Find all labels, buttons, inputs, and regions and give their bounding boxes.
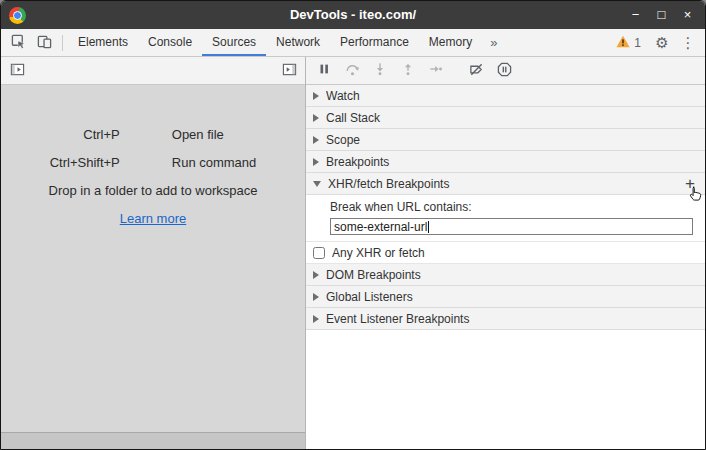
step-over-button[interactable] xyxy=(343,62,361,80)
disclosure-triangle-icon xyxy=(313,315,319,323)
pause-on-exceptions-icon xyxy=(497,62,512,80)
url-contains-label: Break when URL contains: xyxy=(330,200,693,214)
inspect-element-button[interactable] xyxy=(5,29,31,56)
section-label: Watch xyxy=(326,89,698,103)
panel-left-toggle-icon xyxy=(10,62,25,80)
show-debugger-button[interactable] xyxy=(276,57,302,84)
minimize-button[interactable]: − xyxy=(626,5,645,25)
navigator-statusbar xyxy=(1,432,305,449)
learn-more-link[interactable]: Learn more xyxy=(120,211,186,226)
any-xhr-label: Any XHR or fetch xyxy=(332,246,425,260)
disclosure-triangle-icon xyxy=(313,271,319,279)
pause-icon xyxy=(317,62,331,79)
inspect-cursor-icon xyxy=(11,34,26,52)
section-dom-breakpoints[interactable]: DOM Breakpoints xyxy=(306,264,705,286)
chrome-logo-icon xyxy=(9,7,26,24)
any-xhr-or-fetch-row[interactable]: Any XHR or fetch xyxy=(306,242,705,264)
disclosure-triangle-icon xyxy=(313,158,319,166)
device-toolbar-icon xyxy=(37,34,52,52)
issues-warning-button[interactable]: 1 xyxy=(608,35,649,51)
url-contains-value: some-external-url xyxy=(334,220,427,234)
section-label: DOM Breakpoints xyxy=(326,268,698,282)
more-tabs-chevron[interactable]: » xyxy=(482,29,505,56)
sources-panel: Ctrl+P Open file Ctrl+Shift+P Run comman… xyxy=(1,57,705,449)
tab-memory[interactable]: Memory xyxy=(419,29,482,56)
disclosure-triangle-icon xyxy=(313,136,319,144)
step-out-button[interactable] xyxy=(399,62,417,80)
text-caret xyxy=(428,221,429,233)
section-event-listener-breakpoints[interactable]: Event Listener Breakpoints xyxy=(306,308,705,330)
deactivate-breakpoints-icon xyxy=(469,62,484,80)
shortcut-keys: Ctrl+Shift+P xyxy=(50,155,120,170)
close-button[interactable]: × xyxy=(678,5,697,25)
maximize-button[interactable]: □ xyxy=(652,5,671,25)
step-into-button[interactable] xyxy=(371,62,389,80)
tab-network[interactable]: Network xyxy=(266,29,330,56)
show-navigator-button[interactable] xyxy=(4,57,30,84)
step-button[interactable] xyxy=(427,62,445,80)
disclosure-triangle-icon xyxy=(313,92,319,100)
section-label: Event Listener Breakpoints xyxy=(326,312,698,326)
pause-on-exceptions-button[interactable] xyxy=(495,62,513,80)
disclosure-triangle-icon xyxy=(313,293,319,301)
navigator-pane: Ctrl+P Open file Ctrl+Shift+P Run comman… xyxy=(1,57,306,449)
tab-performance[interactable]: Performance xyxy=(330,29,419,56)
editor-placeholder: Ctrl+P Open file Ctrl+Shift+P Run comman… xyxy=(1,85,305,432)
disclosure-triangle-icon xyxy=(313,114,319,122)
section-label: Call Stack xyxy=(326,111,698,125)
section-label: Global Listeners xyxy=(326,290,698,304)
settings-gear-button[interactable]: ⚙ xyxy=(649,29,675,56)
xhr-breakpoint-editor: Break when URL contains: some-external-u… xyxy=(306,195,705,242)
section-scope[interactable]: Scope xyxy=(306,129,705,151)
shortcut-action: Open file xyxy=(172,127,257,142)
drop-folder-hint: Drop in a folder to add to workspace xyxy=(49,183,258,198)
section-label: Breakpoints xyxy=(326,155,698,169)
step-icon xyxy=(429,62,443,79)
debugger-sidebar: Watch Call Stack Scope Breakpoints XHR/f… xyxy=(306,57,705,449)
step-out-icon xyxy=(401,62,415,79)
disclosure-triangle-icon xyxy=(313,181,321,187)
section-label: XHR/fetch Breakpoints xyxy=(328,177,675,191)
toolbar-divider xyxy=(62,35,63,51)
shortcut-action: Run command xyxy=(172,155,257,170)
url-contains-input[interactable]: some-external-url xyxy=(330,218,693,235)
window-controls: − □ × xyxy=(626,5,697,25)
more-options-button[interactable]: ⋮ xyxy=(675,29,701,56)
device-toolbar-button[interactable] xyxy=(31,29,57,56)
debugger-toolbar xyxy=(306,57,705,85)
titlebar: DevTools - iteo.com/ − □ × xyxy=(1,1,705,29)
tab-sources[interactable]: Sources xyxy=(202,29,266,56)
warning-count: 1 xyxy=(634,36,641,50)
step-into-icon xyxy=(373,62,387,79)
window-title: DevTools - iteo.com/ xyxy=(1,1,705,29)
any-xhr-checkbox[interactable] xyxy=(313,247,325,259)
section-label: Scope xyxy=(326,133,698,147)
shortcut-list: Ctrl+P Open file Ctrl+Shift+P Run comman… xyxy=(50,127,257,170)
tab-elements[interactable]: Elements xyxy=(68,29,138,56)
warning-triangle-icon xyxy=(616,35,630,51)
shortcut-keys: Ctrl+P xyxy=(50,127,120,142)
tab-console[interactable]: Console xyxy=(138,29,202,56)
section-watch[interactable]: Watch xyxy=(306,85,705,107)
deactivate-breakpoints-button[interactable] xyxy=(467,62,485,80)
section-breakpoints[interactable]: Breakpoints xyxy=(306,151,705,173)
sidebar-empty-area xyxy=(306,330,705,449)
devtools-tabbar: Elements Console Sources Network Perform… xyxy=(1,29,705,57)
section-xhr-fetch-breakpoints[interactable]: XHR/fetch Breakpoints + xyxy=(306,173,705,195)
panel-right-toggle-icon xyxy=(282,62,297,80)
add-xhr-breakpoint-button[interactable]: + xyxy=(682,176,698,192)
devtools-window: DevTools - iteo.com/ − □ × Elements Cons… xyxy=(0,0,706,450)
navigator-toolbar xyxy=(1,57,305,85)
step-over-icon xyxy=(345,62,360,80)
pause-script-button[interactable] xyxy=(315,62,333,80)
section-call-stack[interactable]: Call Stack xyxy=(306,107,705,129)
section-global-listeners[interactable]: Global Listeners xyxy=(306,286,705,308)
